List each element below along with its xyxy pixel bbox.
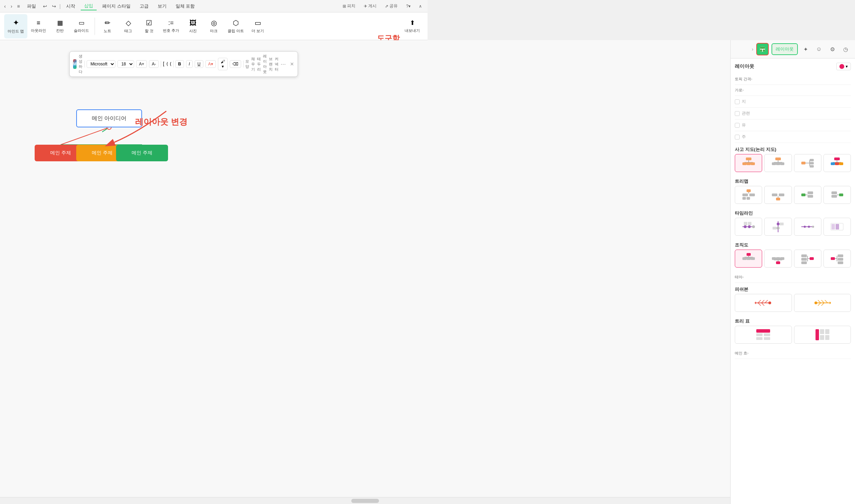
number-icon: := [168, 19, 174, 27]
font-decrease-btn[interactable]: A- [149, 60, 159, 68]
rectangle-icon [163, 61, 164, 68]
menu-left: ‹ › ≡ 파일 ↩ ↪ | 시작 삽입 페이지 스타일 고급 보기 일체 포함 [3, 2, 198, 10]
svg-line-2 [102, 127, 109, 132]
mindmap-icon: ✦ [13, 18, 19, 27]
redo-forward[interactable]: ↪ [51, 3, 58, 10]
svg-line-0 [61, 127, 109, 145]
circle-icon [166, 61, 168, 68]
font-increase-btn[interactable]: A+ [136, 60, 147, 68]
image-icon: 🖼 [189, 19, 196, 27]
hamburger-menu[interactable]: ≡ [16, 3, 21, 10]
rounded-rect-icon [170, 61, 171, 68]
layout-label: 레이아웃 [263, 54, 267, 74]
highlight-btn[interactable]: 🖌▾ [218, 58, 228, 70]
help-button[interactable]: ?▾ [403, 3, 413, 9]
toolbar-clipart[interactable]: ⬡ 클립 아트 [224, 14, 247, 38]
share-icon: ⇗ [385, 4, 388, 9]
tag-icon: ◇ [126, 19, 131, 27]
more-icon: ▭ [255, 19, 261, 27]
toolbar-export[interactable]: ⬆ 내보내기 [401, 14, 423, 38]
note-icon: ✏ [105, 19, 111, 27]
pitch-button[interactable]: ⊞ 피치 [340, 2, 358, 10]
eraser-btn[interactable]: ⌫ [230, 60, 241, 68]
post-icon: ✈ [364, 4, 367, 9]
forward-button[interactable]: › [9, 3, 14, 10]
generate-label: 생성하다 [79, 54, 82, 74]
font-size-select[interactable]: 18 [117, 60, 134, 68]
toolbar-mindmap[interactable]: ✦ 마인드 맵 [4, 14, 27, 38]
menu-file[interactable]: 파일 [24, 2, 39, 10]
format-bar: M 생성하다 Microsoft 18 A+ A- B I U A▾ 🖌▾ ⌫ … [69, 51, 298, 77]
svg-point-11 [167, 61, 168, 67]
kanban-icon: ▦ [57, 19, 63, 27]
main-node[interactable]: 메인 아이디어 [76, 109, 142, 127]
toolbar-slide[interactable]: ▭ 슬라이드 [70, 14, 92, 38]
menu-advanced[interactable]: 고급 [136, 2, 152, 10]
toolbar-mark[interactable]: ◎ 마크 [203, 14, 224, 38]
undo-button[interactable]: ↩ [42, 3, 49, 10]
post-button[interactable]: ✈ 게시 [361, 2, 379, 10]
shape-label: 모양 [245, 59, 249, 69]
italic-btn[interactable]: I [186, 60, 193, 68]
sub-node-3[interactable]: 메인 주제 [116, 145, 168, 161]
todo-icon: ☑ [146, 19, 152, 27]
bold-btn[interactable]: B [175, 60, 184, 68]
svg-rect-10 [164, 62, 164, 66]
slide-icon: ▭ [79, 19, 85, 27]
toolbar-number[interactable]: := 번호 추가 [159, 14, 183, 38]
toolbar-kanban[interactable]: ▦ 칸반 [50, 14, 70, 38]
toolbar-more[interactable]: ▭ 더 보기 [247, 14, 268, 38]
svg-line-1 [102, 127, 109, 132]
pitch-icon: ⊞ [343, 4, 346, 9]
text-color-btn[interactable]: A▾ [205, 60, 216, 68]
fill-label: 채우기 [251, 56, 255, 72]
menu-view[interactable]: 보기 [154, 2, 170, 10]
branch-label: 브랜치 [269, 56, 273, 72]
underline-btn[interactable]: U [195, 60, 203, 68]
toolbar-divider [95, 18, 95, 35]
back-button[interactable]: ‹ [3, 3, 7, 10]
svg-rect-12 [170, 62, 171, 66]
menu-insert[interactable]: 삽입 [81, 2, 97, 10]
share-button[interactable]: ⇗ 공유 [382, 2, 400, 10]
menu-all-include[interactable]: 일체 포함 [172, 2, 199, 10]
border-label: 테두리 [257, 56, 261, 72]
toolbar-image[interactable]: 🖼 사진 [183, 14, 203, 38]
mark-icon: ◎ [211, 19, 217, 27]
annotation-text: 레이아웃 변경 [135, 116, 187, 127]
main-toolbar: ✦ 마인드 맵 ≡ 아웃라인 ▦ 칸반 ▭ 슬라이드 ✏ 노트 ◇ 태그 ☑ 할… [0, 12, 428, 40]
font-select[interactable]: Microsoft [87, 60, 115, 68]
toolbar-todo[interactable]: ☑ 할 것 [139, 14, 159, 38]
menu-right: ⊞ 피치 ✈ 게시 ⇗ 공유 ?▾ ∧ [340, 2, 425, 10]
toolbar-outline[interactable]: ≡ 아웃라인 [27, 14, 50, 38]
menu-bar: ‹ › ≡ 파일 ↩ ↪ | 시작 삽입 페이지 스타일 고급 보기 일체 포함… [0, 0, 428, 12]
close-format-btn[interactable]: ✕ [290, 61, 294, 67]
clipart-icon: ⬡ [233, 19, 239, 27]
collapse-btn[interactable]: ∧ [416, 3, 425, 9]
outline-icon: ≡ [37, 19, 41, 27]
menu-start[interactable]: 시작 [63, 2, 79, 10]
export-icon: ⬆ [410, 19, 415, 27]
connector-label: 커넥터 [275, 56, 279, 72]
brand-logo: M [73, 59, 77, 69]
toolbar-tag[interactable]: ◇ 태그 [118, 14, 139, 38]
menu-page-style[interactable]: 페이지 스타일 [99, 2, 134, 10]
more-dots[interactable]: ··· [281, 61, 286, 68]
toolbar-note[interactable]: ✏ 노트 [97, 14, 118, 38]
